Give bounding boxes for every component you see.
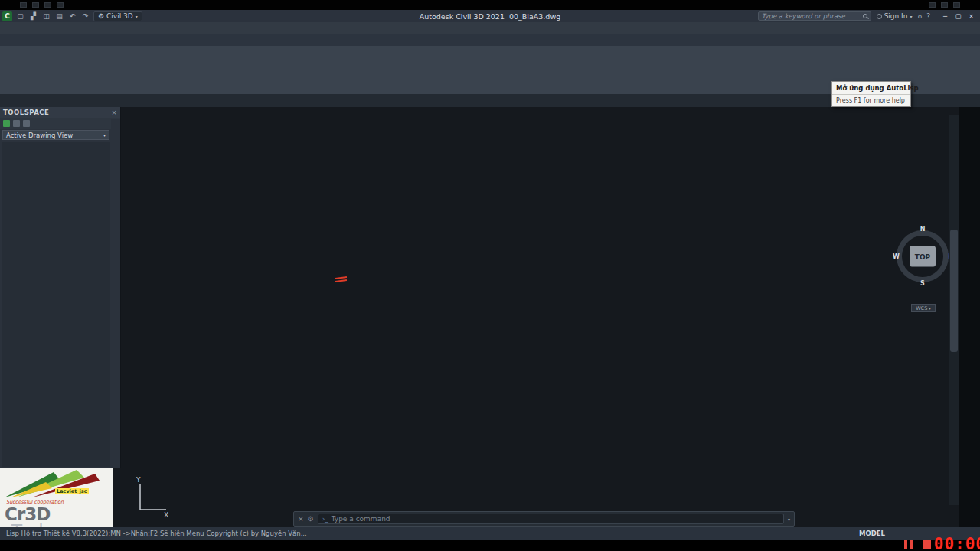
top-strip-icon — [953, 2, 960, 8]
logo-company-name: Lacviet_jsc — [55, 488, 89, 494]
titlebar: C ▢▞◫▤↶↷ ⚙ Civil 3D ▾ Autodesk Civil 3D … — [0, 10, 980, 22]
app-store-icon[interactable]: ⌂ — [918, 12, 923, 20]
video-overlay-strip — [0, 0, 980, 10]
top-strip-icon — [941, 2, 948, 8]
cr3dtools-logo: Lacviet_jsc Successful cooperation Cr3DT… — [0, 468, 113, 527]
model-space-label[interactable]: MODEL — [859, 530, 885, 537]
quick-access-toolbar: ▢▞◫▤↶↷ — [15, 12, 90, 20]
video-bottom-strip — [0, 540, 980, 551]
chevron-down-icon: ▾ — [136, 14, 138, 19]
tooltip-hint: Press F1 for more help — [832, 95, 910, 106]
top-strip-icon — [929, 2, 936, 8]
save-icon[interactable]: ◫ — [41, 12, 51, 20]
sign-in-button[interactable]: Sign In ▾ — [877, 12, 913, 20]
viewcube[interactable]: N S E W TOP — [893, 227, 952, 286]
wcs-menu[interactable]: WCS ▾ — [911, 304, 936, 312]
toolspace-side-tabs — [111, 119, 120, 468]
logo-swoosh-icon — [0, 468, 113, 500]
close-button[interactable]: × — [965, 12, 978, 20]
scrollbar-thumb[interactable] — [950, 230, 958, 352]
recording-timer: 00:00 — [934, 535, 980, 551]
command-input[interactable]: ›_ Type a command — [318, 514, 784, 524]
toolspace-tool-icon[interactable] — [23, 120, 30, 127]
keyboard-icon: ›_ — [322, 515, 328, 523]
close-icon[interactable]: × — [111, 109, 117, 116]
customize-icon[interactable]: ⚙ — [308, 515, 314, 523]
command-line: × ⚙ ›_ Type a command ▾ — [293, 511, 795, 527]
maximize-button[interactable]: ▢ — [952, 12, 965, 20]
close-icon[interactable]: × — [298, 515, 304, 523]
toolspace-tool-icon[interactable] — [13, 120, 20, 127]
menubar — [0, 22, 980, 34]
civil3d-window: C ▢▞◫▤↶↷ ⚙ Civil 3D ▾ Autodesk Civil 3D … — [0, 0, 980, 551]
prospector-tree — [2, 142, 110, 467]
active-drawing-view-select[interactable]: Active Drawing View ▾ — [2, 130, 109, 140]
print-icon[interactable]: ▤ — [54, 12, 64, 20]
search-input[interactable]: Type a keyword or phrase — [758, 11, 871, 21]
ucs-y-label: Y — [136, 476, 141, 484]
ribbon-tab-bar — [0, 34, 980, 46]
gear-icon: ⚙ — [98, 12, 104, 20]
toolspace-palette: TOOLSPACE × Active Drawing View ▾ — [0, 107, 121, 468]
window-controls: ─▢× — [939, 12, 978, 20]
chevron-down-icon: ▾ — [929, 306, 931, 311]
help-icon[interactable]: ? — [926, 12, 930, 20]
civil3d-logo-icon[interactable]: C — [2, 11, 12, 21]
new-drawing-icon[interactable]: ▢ — [15, 12, 25, 20]
toolspace-toolbar — [0, 118, 120, 129]
ucs-icon: Y X — [130, 476, 170, 517]
minimize-button[interactable]: ─ — [939, 12, 952, 20]
undo-icon[interactable]: ↶ — [67, 12, 77, 20]
chevron-down-icon: ▾ — [103, 132, 106, 138]
viewcube-north[interactable]: N — [920, 226, 926, 233]
viewcube-south[interactable]: S — [920, 280, 925, 287]
viewcube-top-face[interactable]: TOP — [910, 246, 936, 267]
statusbar: Lisp Hỗ trợ Thiết kế V8.3(2022):MN ->Nhấ… — [0, 527, 980, 540]
avatar-icon — [877, 14, 882, 19]
status-message: Lisp Hỗ trợ Thiết kế V8.3(2022):MN ->Nhấ… — [6, 530, 854, 537]
stop-icon[interactable] — [923, 540, 931, 549]
top-strip-icon — [57, 2, 64, 8]
recent-commands-icon[interactable]: ▾ — [788, 517, 790, 522]
red-annotation-mark — [335, 277, 347, 283]
viewcube-west[interactable]: W — [893, 253, 900, 260]
window-title: Autodesk Civil 3D 2021 00_BiaA3.dwg — [230, 12, 750, 21]
pause-icon[interactable] — [904, 540, 913, 549]
toolspace-toggle-icon[interactable] — [3, 120, 10, 127]
canvas-right-margin — [959, 107, 980, 527]
top-strip-icon — [32, 2, 39, 8]
top-strip-icon — [44, 2, 51, 8]
search-icon — [863, 14, 867, 18]
autolisp-tooltip: Mở ứng dụng AutoLisp Press F1 for more h… — [831, 81, 911, 107]
top-strip-icon — [20, 2, 27, 8]
drawing-canvas[interactable]: N S E W TOP WCS ▾ Y X — [0, 107, 980, 527]
logo-brand: Cr3DTools — [5, 504, 58, 527]
open-icon[interactable]: ▞ — [28, 12, 38, 20]
tooltip-title: Mở ứng dụng AutoLisp — [832, 82, 910, 95]
redo-icon[interactable]: ↷ — [80, 12, 90, 20]
toolspace-header[interactable]: TOOLSPACE × — [0, 107, 120, 118]
workspace-switcher[interactable]: ⚙ Civil 3D ▾ — [93, 11, 142, 21]
chevron-down-icon: ▾ — [910, 14, 912, 19]
ucs-x-label: X — [164, 511, 168, 517]
